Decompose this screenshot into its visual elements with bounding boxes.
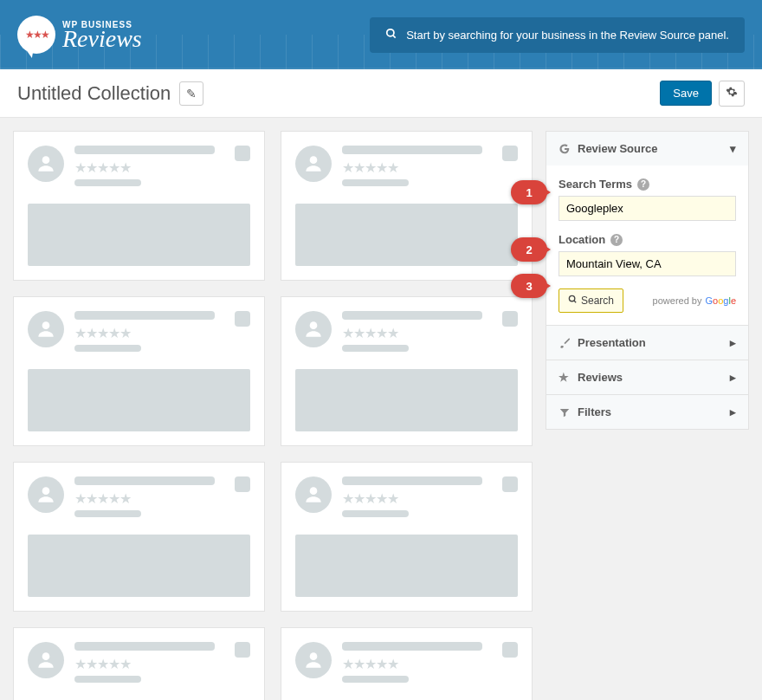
panel-reviews: ★ Reviews ▸ [546,360,749,395]
annotation-callout-2: 2 [511,237,547,262]
source-icon [235,146,250,161]
gear-icon [726,86,738,100]
chevron-down-icon: ▾ [730,142,736,155]
annotation-callout-3: 3 [511,274,547,298]
search-icon [568,295,578,307]
chevron-right-icon: ▸ [730,405,736,418]
header-tip: Start by searching for your business in … [370,17,745,53]
location-label: Location ? [559,233,736,246]
source-icon [235,476,250,492]
svg-point-7 [310,487,318,495]
avatar-icon [28,146,64,182]
source-icon [502,311,518,327]
panel-head-reviews[interactable]: ★ Reviews ▸ [546,360,748,394]
settings-sidebar: Review Source ▾ Search Terms ? Location … [546,131,749,429]
svg-point-6 [42,487,50,495]
panel-head-review-source[interactable]: Review Source ▾ [546,132,748,165]
pencil-icon: ✎ [186,87,197,100]
logo-text: WP BUSINESS Reviews [62,20,142,49]
panel-title: Reviews [578,371,623,384]
source-icon [502,146,518,161]
app-logo: ★★★ WP BUSINESS Reviews [17,16,142,54]
source-icon [235,311,250,327]
logo-stars-icon: ★★★ [25,29,48,41]
logo-bubble-icon: ★★★ [17,16,55,54]
avatar-icon [28,311,64,347]
main-content: ★★★★★ ★★★★★ ★★★★★ ★★★★★ ★★★★★ ★★★★★ ★★★★… [0,118,762,700]
search-terms-label: Search Terms ? [559,178,736,191]
source-icon [502,642,518,658]
brush-icon [559,337,571,349]
svg-point-4 [42,321,50,329]
panel-title: Filters [578,405,611,418]
svg-point-9 [310,652,318,660]
edit-title-button[interactable]: ✎ [179,81,203,106]
app-header: ★★★ WP BUSINESS Reviews Start by searchi… [0,0,762,69]
review-card-placeholder: ★★★★★ [281,627,533,700]
avatar-icon [28,642,64,678]
location-input[interactable] [559,251,736,276]
panel-head-filters[interactable]: Filters ▸ [546,395,748,429]
panel-head-presentation[interactable]: Presentation ▸ [546,326,748,360]
header-tip-text: Start by searching for your business in … [406,29,729,42]
review-card-placeholder: ★★★★★ [13,131,265,281]
google-logo: Google [705,295,736,306]
annotation-callout-1: 1 [511,180,547,204]
panel-filters: Filters ▸ [546,394,749,430]
star-icon: ★★★★★ [74,490,131,507]
svg-line-11 [574,301,576,302]
review-card-placeholder: ★★★★★ [13,627,265,700]
svg-point-3 [310,156,318,164]
star-icon: ★★★★★ [342,490,398,507]
source-icon [502,476,518,492]
avatar-icon [295,476,332,513]
svg-point-2 [42,156,50,164]
svg-point-10 [569,295,574,301]
help-icon[interactable]: ? [610,234,623,246]
logo-line2: Reviews [62,29,142,49]
google-g-icon [559,143,571,155]
panel-presentation: Presentation ▸ [546,325,749,360]
review-card-placeholder: ★★★★★ [13,462,265,612]
star-icon: ★★★★★ [342,656,398,672]
filter-icon [559,406,571,418]
save-button[interactable]: Save [660,81,712,106]
search-button[interactable]: Search [559,288,623,313]
review-card-placeholder: ★★★★★ [13,296,265,446]
chevron-right-icon: ▸ [730,371,736,384]
preview-grid: ★★★★★ ★★★★★ ★★★★★ ★★★★★ ★★★★★ ★★★★★ ★★★★… [0,118,546,700]
avatar-icon [28,476,64,513]
avatar-icon [295,642,332,678]
review-card-placeholder: ★★★★★ [281,296,533,446]
panel-title: Review Source [578,142,658,155]
avatar-icon [295,146,332,182]
search-icon [385,28,397,42]
svg-point-0 [387,29,394,36]
source-icon [235,642,250,658]
star-icon: ★★★★★ [74,159,131,176]
panel-title: Presentation [578,336,646,349]
panel-review-source: Review Source ▾ Search Terms ? Location … [546,131,749,326]
review-card-placeholder: ★★★★★ [281,131,533,281]
settings-button[interactable] [719,81,745,107]
star-icon: ★★★★★ [342,159,398,176]
powered-by: powered by Google [653,295,736,306]
avatar-icon [295,311,332,347]
help-icon[interactable]: ? [637,178,649,191]
chevron-right-icon: ▸ [730,336,736,349]
review-card-placeholder: ★★★★★ [281,462,533,612]
svg-point-8 [42,652,50,660]
search-terms-input[interactable] [559,196,736,221]
svg-line-1 [393,35,396,37]
star-icon: ★★★★★ [74,325,131,341]
star-icon: ★★★★★ [342,325,398,341]
star-icon: ★ [559,371,571,384]
page-title: Untitled Collection [17,82,171,105]
star-icon: ★★★★★ [74,656,131,672]
svg-point-5 [310,321,318,329]
titlebar: Untitled Collection ✎ Save [0,69,762,118]
